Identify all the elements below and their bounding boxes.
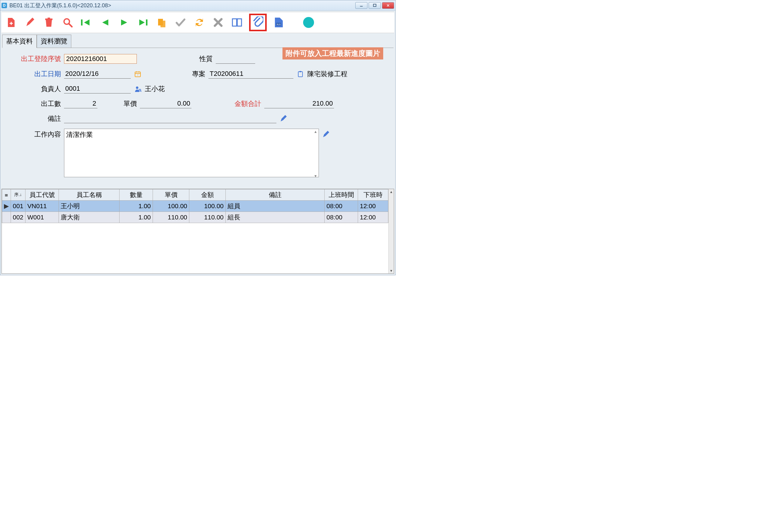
date-label: 出工日期 bbox=[6, 70, 61, 78]
owner-label: 負責人 bbox=[6, 84, 61, 93]
edit-remark-icon[interactable] bbox=[280, 115, 287, 123]
tab-basic[interactable]: 基本資料 bbox=[2, 35, 37, 48]
total-input[interactable] bbox=[264, 99, 334, 108]
owner-name: 王小花 bbox=[145, 84, 165, 93]
cell-offtime[interactable]: 12:00 bbox=[358, 201, 388, 212]
svg-line-7 bbox=[69, 24, 72, 27]
cell-qty[interactable]: 1.00 bbox=[120, 212, 153, 223]
cell-seq: 001 bbox=[11, 201, 25, 212]
svg-point-20 bbox=[136, 86, 138, 89]
grid-header-emp-id[interactable]: 員工代號 bbox=[25, 189, 59, 201]
cell-emp-name[interactable]: 唐大衛 bbox=[59, 212, 120, 223]
cell-remark[interactable]: 組員 bbox=[226, 201, 325, 212]
grid-header-amount[interactable]: 金額 bbox=[189, 189, 226, 201]
scroll-down-icon[interactable]: ▼ bbox=[389, 268, 394, 273]
count-label: 出工數 bbox=[6, 99, 61, 108]
grid-header-qty[interactable]: 數量 bbox=[120, 189, 153, 201]
prev-button[interactable] bbox=[99, 16, 112, 29]
first-button[interactable] bbox=[80, 16, 93, 29]
cell-offtime[interactable]: 12:00 bbox=[358, 212, 388, 223]
svg-rect-5 bbox=[47, 17, 50, 19]
date-input[interactable] bbox=[64, 69, 131, 78]
tab-browse[interactable]: 資料瀏覽 bbox=[37, 35, 71, 48]
grid-scrollbar[interactable]: ▲ ▼ bbox=[388, 189, 394, 273]
table-row[interactable]: ▶ 001 VN011 王小明 1.00 100.00 100.00 組員 08… bbox=[2, 201, 388, 212]
cell-emp-name[interactable]: 王小明 bbox=[59, 201, 120, 212]
last-button[interactable] bbox=[136, 16, 150, 29]
search-button[interactable] bbox=[61, 16, 74, 29]
clipboard-icon[interactable] bbox=[296, 70, 304, 78]
content-label: 工作內容 bbox=[6, 129, 61, 139]
confirm-button[interactable] bbox=[174, 16, 187, 29]
cell-ontime[interactable]: 08:00 bbox=[325, 212, 358, 223]
textarea-scroll-up-icon[interactable]: ▲ bbox=[313, 129, 318, 135]
detail-grid: ≣ 序.↓ 員工代號 員工名稱 數量 單價 金額 備註 上班時間 下班時 ▶ 0… bbox=[2, 189, 394, 274]
delete-button[interactable] bbox=[42, 16, 55, 29]
app-icon: D bbox=[2, 3, 7, 8]
status-indicator-icon bbox=[303, 17, 314, 28]
svg-rect-8 bbox=[81, 19, 82, 25]
cell-emp-id[interactable]: W001 bbox=[25, 212, 59, 223]
new-button[interactable] bbox=[5, 16, 18, 29]
attachment-button[interactable] bbox=[251, 16, 264, 29]
cell-qty[interactable]: 1.00 bbox=[120, 201, 153, 212]
person-icon[interactable] bbox=[134, 85, 142, 93]
close-button[interactable] bbox=[382, 2, 394, 9]
grid-header-price[interactable]: 單價 bbox=[153, 189, 189, 201]
annotation-callout: 附件可放入工程最新進度圖片 bbox=[283, 47, 383, 59]
refresh-button[interactable] bbox=[193, 16, 206, 29]
table-row[interactable]: 002 W001 唐大衛 1.00 110.00 110.00 組長 08:00… bbox=[2, 212, 388, 223]
svg-text:7: 7 bbox=[137, 74, 139, 77]
svg-rect-19 bbox=[299, 71, 301, 72]
cell-amount[interactable]: 110.00 bbox=[189, 212, 226, 223]
cell-amount[interactable]: 100.00 bbox=[189, 201, 226, 212]
nature-input[interactable] bbox=[216, 54, 255, 64]
scroll-up-icon[interactable]: ▲ bbox=[389, 189, 394, 195]
seq-label: 出工登陸序號 bbox=[6, 54, 61, 63]
window-title: BE01 出工登入作業(5.1.6.0)<2020.12.08> bbox=[10, 2, 355, 9]
grid-header-seq[interactable]: 序.↓ bbox=[11, 189, 25, 201]
count-input[interactable] bbox=[64, 99, 97, 108]
svg-rect-1 bbox=[374, 4, 376, 6]
row-pointer-icon bbox=[2, 212, 11, 223]
attachment-highlight bbox=[249, 14, 267, 31]
price-label: 單價 bbox=[119, 99, 137, 108]
cell-remark[interactable]: 組長 bbox=[226, 212, 325, 223]
minimize-button[interactable] bbox=[355, 2, 367, 9]
export-excel-button[interactable]: XLS bbox=[272, 16, 286, 29]
cell-seq: 002 bbox=[11, 212, 25, 223]
cancel-button[interactable] bbox=[211, 16, 225, 29]
edit-button[interactable] bbox=[23, 16, 37, 29]
price-input[interactable] bbox=[140, 99, 192, 108]
grid-header-offtime[interactable]: 下班時 bbox=[358, 189, 388, 201]
svg-rect-18 bbox=[298, 72, 302, 77]
next-button[interactable] bbox=[117, 16, 131, 29]
cell-price[interactable]: 100.00 bbox=[153, 201, 189, 212]
owner-input[interactable] bbox=[64, 84, 131, 93]
remark-input[interactable] bbox=[64, 114, 276, 123]
maximize-button[interactable] bbox=[369, 2, 381, 9]
project-input[interactable] bbox=[208, 69, 293, 78]
grid-header-remark[interactable]: 備註 bbox=[226, 189, 325, 201]
seq-input[interactable] bbox=[64, 54, 137, 64]
cell-price[interactable]: 110.00 bbox=[153, 212, 189, 223]
copy-button[interactable] bbox=[155, 16, 168, 29]
grid-header-ontime[interactable]: 上班時間 bbox=[325, 189, 358, 201]
textarea-scroll-down-icon[interactable]: ▼ bbox=[313, 173, 318, 179]
grid-header-emp-name[interactable]: 員工名稱 bbox=[59, 189, 120, 201]
book-button[interactable] bbox=[230, 16, 244, 29]
cell-emp-id[interactable]: VN011 bbox=[25, 201, 59, 212]
remark-label: 備註 bbox=[6, 114, 61, 123]
content-textarea[interactable] bbox=[64, 129, 319, 177]
nature-label: 性質 bbox=[195, 54, 213, 63]
form-area: 附件可放入工程最新進度圖片 出工登陸序號 性質 出工日期 7 專案 陳宅裝修工程… bbox=[0, 48, 395, 188]
edit-content-icon[interactable] bbox=[322, 131, 330, 139]
grid-header-row: ≣ 序.↓ 員工代號 員工名稱 數量 單價 金額 備註 上班時間 下班時 bbox=[2, 189, 388, 201]
tab-strip: 基本資料 資料瀏覽 bbox=[0, 34, 395, 47]
calendar-icon[interactable]: 7 bbox=[134, 70, 142, 78]
grid-header-pointer[interactable]: ≣ bbox=[2, 189, 11, 201]
cell-ontime[interactable]: 08:00 bbox=[325, 201, 358, 212]
svg-rect-9 bbox=[146, 19, 147, 25]
row-pointer-icon: ▶ bbox=[2, 201, 11, 212]
title-bar: D BE01 出工登入作業(5.1.6.0)<2020.12.08> bbox=[0, 0, 395, 11]
